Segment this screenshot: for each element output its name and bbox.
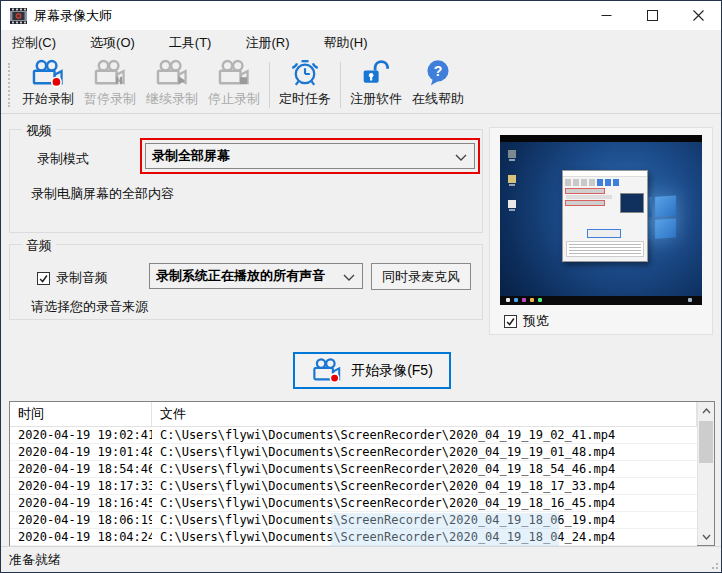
video-group-label: 视频 <box>22 122 56 140</box>
audio-group-label: 音频 <box>22 237 56 255</box>
vertical-scrollbar[interactable] <box>697 402 714 545</box>
scroll-down-button[interactable] <box>698 528 714 545</box>
cell-file: C:\Users\flywi\Documents\ScreenRecorder\… <box>152 428 697 442</box>
app-window: 屏幕录像大师 控制(C) 选项(O) 工具(T) 注册(R) 帮助(H) <box>0 0 722 573</box>
cell-file: C:\Users\flywi\Documents\ScreenRecorder\… <box>152 479 697 493</box>
cell-time: 2020-04-19 19:01:48 <box>10 445 152 459</box>
preview-checkbox[interactable]: 预览 <box>504 312 549 330</box>
start-record-toolbar-button[interactable]: 开始录制 <box>17 59 79 111</box>
scroll-up-button[interactable] <box>698 402 714 419</box>
cell-file: C:\Users\flywi\Documents\ScreenRecorder\… <box>152 513 697 527</box>
table-body: 2020-04-19 19:02:41 C:\Users\flywi\Docum… <box>10 427 697 545</box>
toolbar-separator <box>269 62 270 108</box>
preview-panel: 预览 <box>489 127 713 335</box>
table-row[interactable]: 2020-04-19 18:04:24 C:\Users\flywi\Docum… <box>10 529 697 546</box>
toolbar-button-label: 注册软件 <box>350 90 402 108</box>
menu-item-help[interactable]: 帮助(H) <box>312 30 378 56</box>
menu-item-control[interactable]: 控制(C) <box>1 30 67 56</box>
arrow-down-icon <box>702 534 711 540</box>
checkbox-checked-icon <box>37 272 50 285</box>
record-microphone-label: 同时录麦克风 <box>382 268 460 286</box>
cell-time: 2020-04-19 19:02:41 <box>10 428 152 442</box>
table-row[interactable]: 2020-04-19 18:17:33 C:\Users\flywi\Docum… <box>10 478 697 495</box>
record-mode-description: 录制电脑屏幕的全部内容 <box>31 185 174 203</box>
menu-item-tools[interactable]: 工具(T) <box>158 30 223 56</box>
status-text: 准备就绪 <box>9 551 61 569</box>
camera-resume-icon <box>153 59 191 88</box>
record-microphone-button[interactable]: 同时录麦克风 <box>371 263 471 290</box>
arrow-up-icon <box>702 408 711 414</box>
unlock-icon <box>359 59 393 88</box>
record-mode-combobox[interactable]: 录制全部屏幕 <box>145 143 475 169</box>
table-row[interactable]: 2020-04-19 18:54:46 C:\Users\flywi\Docum… <box>10 461 697 478</box>
close-icon <box>693 10 704 21</box>
start-recording-button[interactable]: 开始录像(F5) <box>293 352 451 389</box>
camera-stop-icon <box>215 59 253 88</box>
cell-time: 2020-04-19 18:04:24 <box>10 530 152 544</box>
table-row[interactable]: 2020-04-19 19:02:41 C:\Users\flywi\Docum… <box>10 427 697 444</box>
minimize-button[interactable] <box>583 1 629 30</box>
desktop-icon <box>508 150 516 158</box>
toolbar: 开始录制 暂停录制 继续录制 <box>1 56 721 114</box>
table-header-row: 时间 文件 <box>10 402 697 427</box>
camera-record-icon <box>311 357 343 384</box>
mini-app-window <box>562 170 648 262</box>
menu-bar: 控制(C) 选项(O) 工具(T) 注册(R) 帮助(H) <box>1 30 721 56</box>
resize-grip[interactable] <box>708 559 718 569</box>
pause-record-toolbar-button[interactable]: 暂停录制 <box>79 59 141 111</box>
cell-file: C:\Users\flywi\Documents\ScreenRecorder\… <box>152 496 697 510</box>
scheduled-task-toolbar-button[interactable]: 定时任务 <box>274 59 336 111</box>
title-bar: 屏幕录像大师 <box>1 1 721 30</box>
resume-record-toolbar-button[interactable]: 继续录制 <box>141 59 203 111</box>
maximize-button[interactable] <box>629 1 675 30</box>
cell-file: C:\Users\flywi\Documents\ScreenRecorder\… <box>152 530 697 544</box>
chevron-down-icon <box>455 154 467 161</box>
cell-time: 2020-04-19 18:54:46 <box>10 462 152 476</box>
column-header-time[interactable]: 时间 <box>10 402 152 426</box>
cell-time: 2020-04-19 18:16:45 <box>10 496 152 510</box>
audio-source-hint: 请选择您的录音来源 <box>31 298 148 316</box>
record-audio-checkbox[interactable]: 录制音频 <box>37 269 108 287</box>
camera-record-icon <box>29 59 67 88</box>
stop-record-toolbar-button[interactable]: 停止录制 <box>203 59 265 111</box>
start-recording-label: 开始录像(F5) <box>351 362 433 380</box>
record-mode-label: 录制模式 <box>37 150 89 168</box>
status-bar: 准备就绪 <box>1 546 721 572</box>
preview-checkbox-label: 预览 <box>523 312 549 330</box>
checkbox-checked-icon <box>504 315 517 328</box>
menu-item-register[interactable]: 注册(R) <box>234 30 300 56</box>
desktop-icon <box>508 200 516 208</box>
close-button[interactable] <box>675 1 721 30</box>
cell-time: 2020-04-19 18:06:19 <box>10 513 152 527</box>
toolbar-button-label: 在线帮助 <box>412 90 464 108</box>
toolbar-button-label: 定时任务 <box>279 90 331 108</box>
desktop-icon <box>508 175 516 183</box>
cell-file: C:\Users\flywi\Documents\ScreenRecorder\… <box>152 462 697 476</box>
alarm-clock-icon <box>287 59 323 88</box>
toolbar-button-label: 停止录制 <box>208 90 260 108</box>
column-header-file[interactable]: 文件 <box>152 402 697 426</box>
online-help-toolbar-button[interactable]: ? 在线帮助 <box>407 59 469 111</box>
table-row[interactable]: 2020-04-19 18:16:45 C:\Users\flywi\Docum… <box>10 495 697 512</box>
menu-item-options[interactable]: 选项(O) <box>79 30 146 56</box>
minimize-icon <box>601 10 612 21</box>
table-row[interactable]: 2020-04-19 18:06:19 C:\Users\flywi\Docum… <box>10 512 697 529</box>
toolbar-button-label: 暂停录制 <box>84 90 136 108</box>
toolbar-grip[interactable] <box>8 63 10 107</box>
toolbar-separator <box>340 62 341 108</box>
maximize-icon <box>647 10 658 21</box>
chevron-down-icon <box>343 274 355 281</box>
record-mode-value: 录制全部屏幕 <box>152 147 230 165</box>
help-bubble-icon: ? <box>422 59 454 88</box>
audio-source-combobox[interactable]: 录制系统正在播放的所有声音 <box>149 263 363 289</box>
toolbar-button-label: 开始录制 <box>22 90 74 108</box>
app-logo-icon <box>10 8 27 24</box>
screen-preview-thumbnail <box>500 135 702 305</box>
toolbar-button-label: 继续录制 <box>146 90 198 108</box>
record-audio-label: 录制音频 <box>56 269 108 287</box>
audio-source-value: 录制系统正在播放的所有声音 <box>156 267 325 285</box>
register-software-toolbar-button[interactable]: 注册软件 <box>345 59 407 111</box>
recordings-table: 时间 文件 2020-04-19 19:02:41 C:\Users\flywi… <box>9 401 715 546</box>
scrollbar-thumb[interactable] <box>699 421 713 463</box>
table-row[interactable]: 2020-04-19 19:01:48 C:\Users\flywi\Docum… <box>10 444 697 461</box>
